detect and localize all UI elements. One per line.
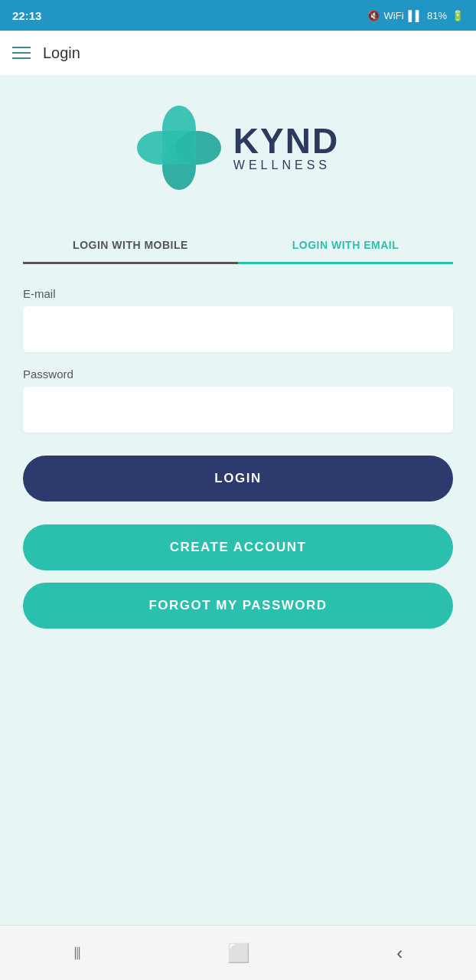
tabs-container: LOGIN WITH MOBILE LOGIN WITH EMAIL [23,228,453,264]
password-form-group: Password [23,368,453,433]
brand-sub: WELLNESS [233,158,339,172]
login-button[interactable]: LOGIN [23,456,453,501]
battery-text: 81% [427,10,447,21]
mute-icon: 🔇 [367,10,380,21]
email-form-group: E-mail [23,287,453,352]
signal-icon: ▌▌ [409,10,422,21]
brand-name: KYND [233,123,339,158]
create-account-button[interactable]: CREATE ACCOUNT [23,524,453,570]
home-icon[interactable]: ⬜ [227,942,250,964]
back-icon[interactable]: ‹ [396,942,403,964]
tab-mobile[interactable]: LOGIN WITH MOBILE [23,228,238,264]
password-input[interactable] [23,387,453,433]
status-time: 22:13 [12,9,41,22]
battery-icon: 🔋 [452,10,464,21]
svg-rect-4 [162,131,196,165]
password-label: Password [23,368,453,381]
hamburger-menu-button[interactable] [12,47,31,59]
nav-bar: ⦀ ⬜ ‹ [0,925,476,980]
logo-container: KYND WELLNESS [137,106,339,190]
logo-text: KYND WELLNESS [233,123,339,172]
main-content: KYND WELLNESS LOGIN WITH MOBILE LOGIN WI… [0,75,476,925]
forgot-password-button[interactable]: FORGOT MY PASSWORD [23,583,453,629]
recent-apps-icon[interactable]: ⦀ [73,942,81,964]
logo-icon [137,106,221,190]
status-bar: 22:13 🔇 WiFi ▌▌ 81% 🔋 [0,0,476,31]
tab-email[interactable]: LOGIN WITH EMAIL [238,228,453,264]
email-label: E-mail [23,287,453,300]
page-title: Login [43,44,80,62]
status-icons: 🔇 WiFi ▌▌ 81% 🔋 [367,10,464,21]
app-bar: Login [0,31,476,75]
email-input[interactable] [23,306,453,352]
wifi-icon: WiFi [384,10,404,21]
